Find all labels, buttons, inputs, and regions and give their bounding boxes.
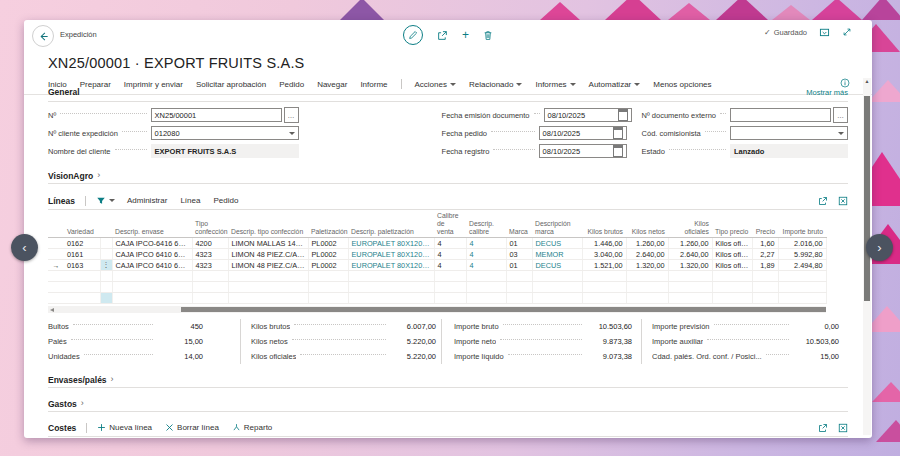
grid-cell[interactable]: 1,89 [752,260,778,271]
back-button[interactable] [32,25,54,47]
gastos-section[interactable]: Gastos › [48,396,848,412]
table-row[interactable]: 0162CAJA IPCO-6416 60*40*1904200LIMON MA… [48,238,826,249]
column-header[interactable]: Tipo precio [712,211,752,238]
grid-cell[interactable]: 4 [466,260,506,271]
grid-cell[interactable]: DECUS [532,260,582,271]
grid-cell[interactable]: LIMON MALLAS 14X1000 [228,238,308,249]
grid-cell[interactable]: 0161 [64,249,100,260]
lookup-button[interactable]: … [833,107,848,123]
popout-button[interactable] [819,27,830,37]
grid-cell[interactable]: 1.260,00 [668,238,712,249]
grid-cell[interactable]: 1.260,00 [626,238,668,249]
column-header[interactable]: Kilos netos [626,211,668,238]
grid-cell[interactable]: 01 [506,238,532,249]
column-header[interactable] [48,211,64,238]
text-input[interactable]: XN25/00001 [151,108,282,122]
column-header[interactable]: Tipo confección [192,211,228,238]
grid-cell[interactable]: 3.040,00 [582,249,626,260]
grid-cell[interactable]: Kilos oficiales [712,238,752,249]
delete-line-button[interactable]: Borrar línea [165,423,219,432]
grid-cell[interactable]: 03 [506,249,532,260]
column-header[interactable]: Descrip. paletización [348,211,434,238]
edit-button[interactable] [403,25,423,45]
grid-cell[interactable]: 1,60 [752,238,778,249]
grid-cell[interactable]: 4323 [192,260,228,271]
grid-cell[interactable]: 4 [434,238,466,249]
text-input[interactable] [730,108,831,122]
grid-cell[interactable]: 01 [506,260,532,271]
share-button[interactable] [437,30,448,41]
grid-cell[interactable]: 1.320,00 [668,260,712,271]
grid-cell[interactable]: PL0002 [308,260,348,271]
grid-cell[interactable]: 4 [434,260,466,271]
column-header[interactable]: Descrip. tipo confección [228,211,308,238]
column-header[interactable]: Calibre de venta [434,211,466,238]
grid-cell[interactable]: 4323 [192,249,228,260]
open-in-excel-button[interactable] [838,196,848,206]
column-header[interactable]: Importe bruto [778,211,826,238]
grid-cell[interactable]: 4 [434,249,466,260]
column-header[interactable] [100,211,112,238]
grid-cell[interactable]: PL0002 [308,249,348,260]
grid-cell[interactable]: CAJA IPCO-6416 60*40*190 [112,238,192,249]
new-line-button[interactable]: Nueva línea [97,423,152,432]
grid-cell[interactable]: Kilos oficiales [712,260,752,271]
column-header[interactable]: Kilos oficiales [668,211,712,238]
show-more-link[interactable]: Mostrar más [806,88,848,97]
new-button[interactable]: + [462,30,469,40]
date-input[interactable]: 08/10/2025 [539,144,627,158]
grid-cell[interactable]: 2.494,80 [778,260,826,271]
grid-cell[interactable]: 4 [466,249,506,260]
column-header[interactable]: Kilos brutos [582,211,626,238]
column-header[interactable]: Descrip. envase [112,211,192,238]
grid-cell[interactable]: 0162 [64,238,100,249]
grid-cell[interactable]: PL0002 [308,238,348,249]
grid-cell[interactable]: 0163 [64,260,100,271]
grid-cell[interactable]: LIMON 48 PIEZ.C/ALVEOLO [228,260,308,271]
table-row[interactable]: →0163⋮CAJA IPCO 6410 60*40*1254323LIMON … [48,260,826,271]
grid-cell[interactable]: 1.521,00 [582,260,626,271]
grid-cell[interactable]: 2,27 [752,249,778,260]
lineas-menu-item[interactable]: Administrar [127,196,167,205]
horizontal-scrollbar[interactable] [48,306,826,313]
grid-cell[interactable]: EUROPALET 80X120 NO RETOR [348,238,434,249]
date-input[interactable]: 08/10/2025 [539,126,627,140]
column-header[interactable]: Descripción marca [532,211,582,238]
horizontal-scroll-thumb[interactable] [181,307,826,312]
envases-section[interactable]: Envases/palés › [48,372,848,388]
grid-cell[interactable]: 1.320,00 [626,260,668,271]
delete-button[interactable] [483,30,493,41]
reparto-button[interactable]: Reparto [232,423,272,432]
panel-nav-right[interactable]: › [866,234,893,261]
grid-cell[interactable]: Kilos oficiales [712,249,752,260]
grid-cell[interactable]: LIMON 48 PIEZ.C/ALVEOLO [228,249,308,260]
grid-cell[interactable]: 1.446,00 [582,238,626,249]
grid-cell[interactable]: MEMOR [532,249,582,260]
lineas-menu-item[interactable]: Línea [180,196,200,205]
column-header[interactable]: Variedad [64,211,100,238]
date-input[interactable]: 08/10/2025 [544,108,632,122]
column-header[interactable]: Descrip. calibre [466,211,506,238]
table-row[interactable]: 0161CAJA IPCO 6410 60*40*1254323LIMON 48… [48,249,826,260]
general-section-title[interactable]: General [48,87,80,97]
vertical-scroll-thumb[interactable] [864,96,870,301]
grid-cell[interactable]: EUROPALET 80X120 NO RETOR [348,260,434,271]
grid-cell[interactable]: 2.640,00 [668,249,712,260]
lineas-menu-item[interactable]: Pedido [213,196,238,205]
panel-nav-left[interactable]: ‹ [11,234,38,261]
grid-cell[interactable]: 2.640,00 [626,249,668,260]
grid-cell[interactable]: CAJA IPCO 6410 60*40*125 [112,249,192,260]
grid-cell[interactable]: EUROPALET 80X120 NO RETOR [348,249,434,260]
visionagro-section[interactable]: VisionAgro › [48,168,848,184]
grid-cell[interactable]: CAJA IPCO 6410 60*40*125 [112,260,192,271]
column-header[interactable]: Paletización [308,211,348,238]
dropdown-input[interactable] [730,126,848,140]
grid-cell[interactable]: 5.992,80 [778,249,826,260]
grid-cell[interactable]: 4 [466,238,506,249]
grid-cell[interactable]: DECUS [532,238,582,249]
share-button[interactable] [818,196,828,206]
column-header[interactable]: Precio [752,211,778,238]
resize-button[interactable] [842,27,852,37]
column-header[interactable]: Marca [506,211,532,238]
grid-cell[interactable]: 2.016,00 [778,238,826,249]
